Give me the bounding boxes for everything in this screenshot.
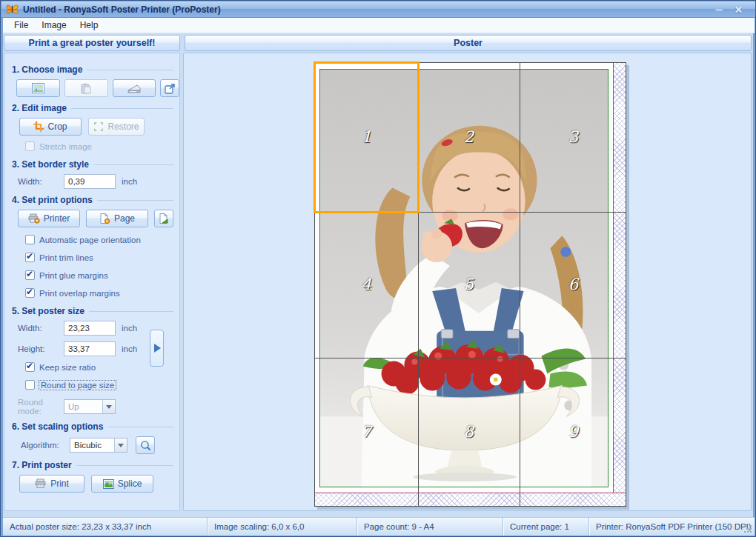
round-mode-value: Up xyxy=(64,402,102,411)
tile-number: 9 xyxy=(568,423,578,441)
close-button[interactable]: ✕ xyxy=(735,5,745,14)
page-button-label: Page xyxy=(114,213,135,224)
border-width-input[interactable] xyxy=(64,174,116,189)
restore-arrows-icon xyxy=(93,121,104,132)
stretch-image-checkbox[interactable]: Stretch image xyxy=(25,141,179,151)
status-current-page: Current page: 1 xyxy=(503,518,588,536)
algorithm-select[interactable]: Bicubic xyxy=(70,438,127,453)
poster-width-unit: inch xyxy=(122,324,137,333)
butterfly-app-icon xyxy=(6,4,19,15)
poster-height-unit: inch xyxy=(122,344,137,353)
section-scaling-options: 6. Set scaling options xyxy=(12,421,173,432)
page-gear-icon xyxy=(99,213,110,224)
poster-page: 123456789 xyxy=(314,62,626,507)
algorithm-value: Bicubic xyxy=(70,441,114,450)
print-icon xyxy=(35,478,47,489)
minimize-icon xyxy=(715,9,723,11)
printer-setup-button[interactable]: Printer xyxy=(18,210,80,227)
poster-height-label: Height: xyxy=(18,344,64,353)
status-actual-poster-size: Actual poster size: 23,23 x 33,37 inch xyxy=(3,518,207,536)
preview-scaling-button[interactable] xyxy=(136,436,155,454)
checkbox-label: Print trim lines xyxy=(39,253,93,262)
checkbox-label: Round to page size xyxy=(39,381,116,390)
tile-number: 5 xyxy=(464,275,474,293)
print-button[interactable]: Print xyxy=(19,475,84,493)
page-setup-button[interactable]: Page xyxy=(86,210,148,227)
splice-button-label: Splice xyxy=(118,478,142,489)
tile-number: 7 xyxy=(362,423,371,441)
round-mode-select[interactable]: Up xyxy=(64,399,116,414)
auto-orientation-checkbox[interactable]: Automatic page orientation xyxy=(25,235,179,244)
picture-icon xyxy=(32,83,44,93)
dropdown-arrow-icon xyxy=(114,438,127,452)
title-bar[interactable]: Untitled - RonyaSoft Poster Printer (Pro… xyxy=(1,1,755,18)
status-image-scaling: Image scaling: 6,0 x 6,0 xyxy=(207,518,357,536)
app-window: Untitled - RonyaSoft Poster Printer (Pro… xyxy=(0,0,756,537)
paste-icon xyxy=(81,83,91,94)
poster-preview-area: 123456789 xyxy=(183,53,752,511)
section-border-style: 3. Set border style xyxy=(12,159,173,170)
minimize-button[interactable] xyxy=(714,5,724,14)
dropdown-arrow-icon xyxy=(102,400,115,413)
tile-number: 3 xyxy=(568,127,578,145)
border-width-label: Width: xyxy=(18,177,64,186)
menu-image[interactable]: Image xyxy=(35,19,73,32)
open-external-icon xyxy=(165,83,176,94)
round-to-page-size-checkbox[interactable]: Round to page size xyxy=(25,380,179,390)
page-preview-button[interactable] xyxy=(154,210,173,227)
scanner-icon xyxy=(127,84,142,93)
checkbox-box xyxy=(25,288,35,298)
close-icon: ✕ xyxy=(735,4,743,16)
menu-file[interactable]: File xyxy=(7,19,35,32)
menu-bar: File Image Help xyxy=(3,18,755,33)
current-page-selection xyxy=(314,61,420,213)
control-sidebar: 1. Choose image xyxy=(4,53,180,511)
paste-image-button[interactable] xyxy=(64,79,108,97)
print-trim-lines-checkbox[interactable]: Print trim lines xyxy=(25,253,179,262)
checkbox-label: Stretch image xyxy=(39,142,92,151)
checkbox-label: Keep size ratio xyxy=(39,363,96,372)
checkbox-box xyxy=(25,362,35,372)
tile-number: 6 xyxy=(568,275,578,293)
section-edit-image: 2. Edit image xyxy=(12,103,173,113)
print-glue-margins-checkbox[interactable]: Print glue margins xyxy=(25,270,179,280)
tile-number: 4 xyxy=(362,275,371,293)
magnifier-icon xyxy=(140,440,151,451)
checkbox-label: Print glue margins xyxy=(39,271,108,280)
tile-number: 2 xyxy=(464,127,474,145)
poster-width-label: Width: xyxy=(18,324,64,333)
printer-gear-icon xyxy=(28,213,40,224)
poster-height-input[interactable] xyxy=(64,341,116,356)
open-image-button[interactable] xyxy=(16,79,60,97)
checkbox-box xyxy=(25,380,35,390)
section-print-options: 4. Set print options xyxy=(12,195,173,205)
tile-number: 8 xyxy=(464,423,474,441)
checkbox-box xyxy=(25,253,35,262)
section-poster-size: 5. Set poster size xyxy=(12,306,173,316)
checkbox-box xyxy=(25,235,35,244)
restore-label: Restore xyxy=(107,121,139,132)
checkbox-label: Automatic page orientation xyxy=(39,236,141,244)
restore-button[interactable]: Restore xyxy=(88,118,145,136)
crop-icon xyxy=(33,121,44,132)
acquire-image-button[interactable] xyxy=(160,79,179,97)
printer-button-label: Printer xyxy=(44,213,70,224)
section-choose-image: 1. Choose image xyxy=(12,64,173,75)
border-width-unit: inch xyxy=(122,177,137,186)
menu-help[interactable]: Help xyxy=(73,19,105,32)
size-presets-flyout-button[interactable] xyxy=(150,330,164,367)
print-button-label: Print xyxy=(50,478,69,489)
scan-image-button[interactable] xyxy=(113,79,156,97)
checkbox-label: Print overlap margins xyxy=(39,289,120,298)
splice-image-icon xyxy=(103,479,114,489)
crop-button[interactable]: Crop xyxy=(19,118,82,136)
checkbox-box xyxy=(25,141,35,151)
section-print-poster: 7. Print poster xyxy=(12,460,173,470)
splice-button[interactable]: Splice xyxy=(91,475,153,493)
poster-width-input[interactable] xyxy=(64,321,116,336)
round-mode-label: Round mode: xyxy=(18,398,64,416)
print-overlap-margins-checkbox[interactable]: Print overlap margins xyxy=(25,288,179,298)
checkbox-box xyxy=(25,270,35,280)
poster-header: Poster xyxy=(185,35,752,51)
resize-grip[interactable] xyxy=(744,525,753,534)
